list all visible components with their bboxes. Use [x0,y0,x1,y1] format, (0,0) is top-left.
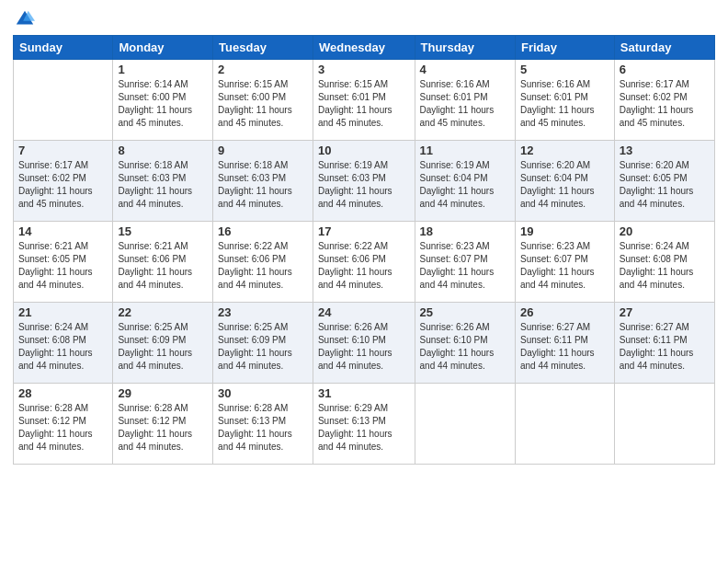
calendar-cell: 24Sunrise: 6:26 AM Sunset: 6:10 PM Dayli… [313,303,415,384]
day-number: 22 [118,305,208,319]
header-thursday: Thursday [415,36,515,60]
day-number: 9 [218,144,308,157]
day-info: Sunrise: 6:26 AM Sunset: 6:10 PM Dayligh… [420,321,510,373]
logo-icon [15,9,35,29]
header-saturday: Saturday [614,36,714,60]
day-info: Sunrise: 6:24 AM Sunset: 6:08 PM Dayligh… [620,240,710,292]
day-info: Sunrise: 6:16 AM Sunset: 6:01 PM Dayligh… [420,78,510,130]
calendar-cell: 12Sunrise: 6:20 AM Sunset: 6:04 PM Dayli… [515,141,614,222]
calendar-cell: 10Sunrise: 6:19 AM Sunset: 6:03 PM Dayli… [313,141,415,222]
calendar-week-2: 14Sunrise: 6:21 AM Sunset: 6:05 PM Dayli… [14,222,715,303]
calendar-cell: 26Sunrise: 6:27 AM Sunset: 6:11 PM Dayli… [515,303,614,384]
calendar-cell: 5Sunrise: 6:16 AM Sunset: 6:01 PM Daylig… [515,60,614,141]
logo [13,9,35,29]
day-number: 21 [18,305,108,319]
day-number: 20 [620,224,710,238]
header [13,9,715,29]
header-monday: Monday [113,36,213,60]
calendar-cell: 9Sunrise: 6:18 AM Sunset: 6:03 PM Daylig… [213,141,313,222]
calendar-cell [415,384,515,465]
calendar-cell: 16Sunrise: 6:22 AM Sunset: 6:06 PM Dayli… [213,222,313,303]
day-number: 1 [118,63,208,76]
calendar-cell: 4Sunrise: 6:16 AM Sunset: 6:01 PM Daylig… [415,60,515,141]
day-info: Sunrise: 6:19 AM Sunset: 6:04 PM Dayligh… [420,159,510,211]
day-number: 24 [318,305,410,319]
day-info: Sunrise: 6:21 AM Sunset: 6:06 PM Dayligh… [118,240,208,292]
day-number: 8 [118,144,208,157]
page: SundayMondayTuesdayWednesdayThursdayFrid… [0,0,728,563]
day-number: 25 [420,305,510,319]
day-info: Sunrise: 6:25 AM Sunset: 6:09 PM Dayligh… [118,321,208,373]
day-info: Sunrise: 6:28 AM Sunset: 6:12 PM Dayligh… [18,402,108,454]
calendar-cell: 2Sunrise: 6:15 AM Sunset: 6:00 PM Daylig… [213,60,313,141]
day-info: Sunrise: 6:28 AM Sunset: 6:12 PM Dayligh… [118,402,208,454]
calendar-cell: 30Sunrise: 6:28 AM Sunset: 6:13 PM Dayli… [213,384,313,465]
day-info: Sunrise: 6:23 AM Sunset: 6:07 PM Dayligh… [420,240,510,292]
calendar-cell: 28Sunrise: 6:28 AM Sunset: 6:12 PM Dayli… [14,384,113,465]
day-number: 17 [318,224,410,238]
day-number: 13 [620,144,710,157]
day-number: 10 [318,144,410,157]
day-number: 26 [520,305,609,319]
day-number: 3 [318,63,410,76]
calendar-header-row: SundayMondayTuesdayWednesdayThursdayFrid… [14,36,715,60]
calendar-cell: 19Sunrise: 6:23 AM Sunset: 6:07 PM Dayli… [515,222,614,303]
calendar-week-3: 21Sunrise: 6:24 AM Sunset: 6:08 PM Dayli… [14,303,715,384]
calendar-cell: 18Sunrise: 6:23 AM Sunset: 6:07 PM Dayli… [415,222,515,303]
day-info: Sunrise: 6:24 AM Sunset: 6:08 PM Dayligh… [18,321,108,373]
day-info: Sunrise: 6:28 AM Sunset: 6:13 PM Dayligh… [218,402,308,454]
calendar-cell: 15Sunrise: 6:21 AM Sunset: 6:06 PM Dayli… [113,222,213,303]
day-info: Sunrise: 6:20 AM Sunset: 6:04 PM Dayligh… [520,159,609,211]
day-info: Sunrise: 6:18 AM Sunset: 6:03 PM Dayligh… [218,159,308,211]
day-info: Sunrise: 6:27 AM Sunset: 6:11 PM Dayligh… [520,321,609,373]
calendar-cell: 20Sunrise: 6:24 AM Sunset: 6:08 PM Dayli… [614,222,714,303]
calendar-cell [614,384,714,465]
header-sunday: Sunday [14,36,113,60]
calendar-cell: 13Sunrise: 6:20 AM Sunset: 6:05 PM Dayli… [614,141,714,222]
header-tuesday: Tuesday [213,36,313,60]
day-number: 18 [420,224,510,238]
day-number: 2 [218,63,308,76]
day-number: 23 [218,305,308,319]
calendar-cell: 27Sunrise: 6:27 AM Sunset: 6:11 PM Dayli… [614,303,714,384]
day-number: 12 [520,144,609,157]
calendar-cell: 1Sunrise: 6:14 AM Sunset: 6:00 PM Daylig… [113,60,213,141]
calendar-cell [14,60,113,141]
day-number: 11 [420,144,510,157]
day-info: Sunrise: 6:15 AM Sunset: 6:00 PM Dayligh… [218,78,308,130]
calendar-week-4: 28Sunrise: 6:28 AM Sunset: 6:12 PM Dayli… [14,384,715,465]
day-info: Sunrise: 6:18 AM Sunset: 6:03 PM Dayligh… [118,159,208,211]
day-number: 16 [218,224,308,238]
day-number: 7 [18,144,108,157]
calendar-cell [515,384,614,465]
day-number: 5 [520,63,609,76]
day-info: Sunrise: 6:27 AM Sunset: 6:11 PM Dayligh… [620,321,710,373]
calendar-cell: 6Sunrise: 6:17 AM Sunset: 6:02 PM Daylig… [614,60,714,141]
calendar-cell: 25Sunrise: 6:26 AM Sunset: 6:10 PM Dayli… [415,303,515,384]
calendar-cell: 3Sunrise: 6:15 AM Sunset: 6:01 PM Daylig… [313,60,415,141]
header-friday: Friday [515,36,614,60]
day-info: Sunrise: 6:29 AM Sunset: 6:13 PM Dayligh… [318,402,410,454]
day-info: Sunrise: 6:16 AM Sunset: 6:01 PM Dayligh… [520,78,609,130]
day-number: 19 [520,224,609,238]
day-number: 30 [218,386,308,400]
day-number: 31 [318,386,410,400]
day-info: Sunrise: 6:25 AM Sunset: 6:09 PM Dayligh… [218,321,308,373]
day-info: Sunrise: 6:14 AM Sunset: 6:00 PM Dayligh… [118,78,208,130]
calendar-cell: 14Sunrise: 6:21 AM Sunset: 6:05 PM Dayli… [14,222,113,303]
day-number: 29 [118,386,208,400]
calendar-cell: 17Sunrise: 6:22 AM Sunset: 6:06 PM Dayli… [313,222,415,303]
calendar-cell: 22Sunrise: 6:25 AM Sunset: 6:09 PM Dayli… [113,303,213,384]
calendar-cell: 29Sunrise: 6:28 AM Sunset: 6:12 PM Dayli… [113,384,213,465]
day-info: Sunrise: 6:17 AM Sunset: 6:02 PM Dayligh… [18,159,108,211]
day-number: 27 [620,305,710,319]
calendar-cell: 21Sunrise: 6:24 AM Sunset: 6:08 PM Dayli… [14,303,113,384]
day-info: Sunrise: 6:22 AM Sunset: 6:06 PM Dayligh… [318,240,410,292]
calendar-cell: 8Sunrise: 6:18 AM Sunset: 6:03 PM Daylig… [113,141,213,222]
day-number: 15 [118,224,208,238]
day-info: Sunrise: 6:20 AM Sunset: 6:05 PM Dayligh… [620,159,710,211]
day-info: Sunrise: 6:23 AM Sunset: 6:07 PM Dayligh… [520,240,609,292]
calendar-week-1: 7Sunrise: 6:17 AM Sunset: 6:02 PM Daylig… [14,141,715,222]
day-number: 28 [18,386,108,400]
day-info: Sunrise: 6:22 AM Sunset: 6:06 PM Dayligh… [218,240,308,292]
